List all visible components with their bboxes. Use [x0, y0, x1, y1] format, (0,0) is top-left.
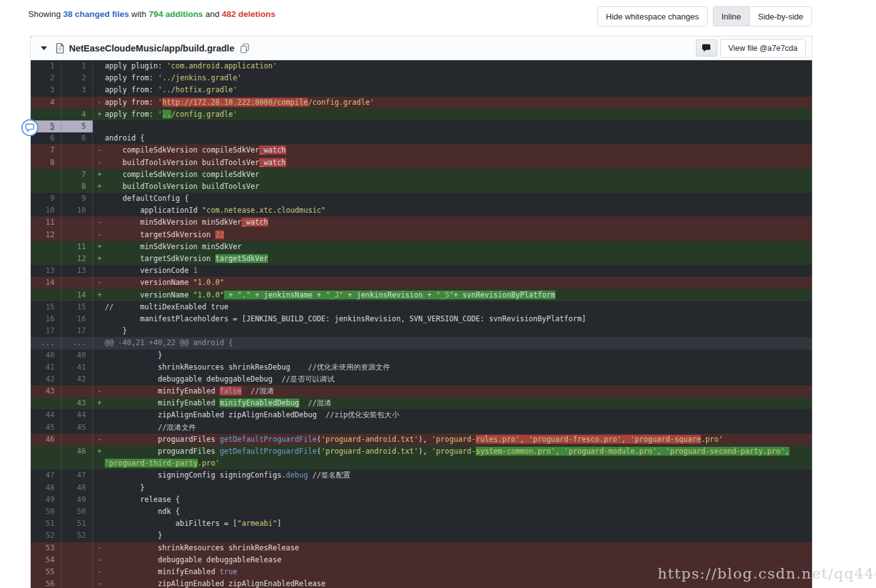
- old-line-number[interactable]: 14: [31, 277, 61, 289]
- new-line-number[interactable]: [61, 157, 93, 169]
- old-line-number[interactable]: 53: [31, 542, 61, 554]
- new-line-number[interactable]: [61, 457, 93, 469]
- new-line-number[interactable]: 5: [61, 120, 93, 132]
- code-line: applicationId "com.netease.xtc.cloudmusi…: [93, 205, 812, 216]
- new-line-number[interactable]: 6: [61, 132, 93, 144]
- new-line-number[interactable]: 49: [61, 494, 93, 506]
- old-line-number[interactable]: 44: [31, 409, 61, 421]
- new-line-number[interactable]: 11: [61, 241, 93, 253]
- new-line-number[interactable]: 42: [61, 373, 93, 385]
- old-line-number[interactable]: 55: [31, 566, 61, 578]
- new-line-number[interactable]: 13: [61, 265, 93, 277]
- new-line-number[interactable]: 48: [61, 482, 93, 494]
- old-line-number[interactable]: 3: [31, 84, 61, 96]
- old-line-number[interactable]: 6: [31, 132, 61, 144]
- old-line-number[interactable]: 2: [31, 72, 61, 84]
- new-line-number[interactable]: [61, 554, 93, 566]
- collapse-caret-icon[interactable]: [41, 46, 47, 50]
- new-line-number[interactable]: ...: [61, 337, 93, 349]
- code-line: + buildToolsVersion buildToolsVer: [93, 181, 812, 193]
- code-token: }: [105, 351, 162, 360]
- old-line-number[interactable]: [31, 397, 61, 409]
- new-line-number[interactable]: 15: [61, 301, 93, 313]
- new-line-number[interactable]: 41: [61, 361, 93, 373]
- new-line-number[interactable]: 47: [61, 469, 93, 481]
- new-line-number[interactable]: 9: [61, 193, 93, 205]
- view-file-button[interactable]: View file @a7e7cda: [720, 39, 806, 58]
- old-line-number[interactable]: 43: [31, 385, 61, 397]
- old-line-number[interactable]: 45: [31, 422, 61, 434]
- new-line-number[interactable]: [61, 566, 93, 578]
- comment-button[interactable]: [696, 40, 717, 56]
- old-line-number[interactable]: 8: [31, 157, 61, 169]
- old-line-number[interactable]: [31, 446, 61, 457]
- new-line-number[interactable]: 44: [61, 409, 93, 421]
- old-line-number[interactable]: 11: [31, 216, 61, 228]
- old-line-number[interactable]: 12: [31, 229, 61, 241]
- copy-path-icon[interactable]: [240, 43, 249, 53]
- new-line-number[interactable]: 1: [61, 60, 93, 72]
- old-line-number[interactable]: 13: [31, 265, 61, 277]
- new-line-number[interactable]: [61, 385, 93, 397]
- new-line-number[interactable]: 50: [61, 506, 93, 518]
- new-line-number[interactable]: [61, 144, 93, 156]
- old-line-number[interactable]: [31, 253, 61, 265]
- old-line-number[interactable]: ...: [31, 337, 61, 349]
- new-line-number[interactable]: 8: [61, 181, 93, 193]
- new-line-number[interactable]: 3: [61, 84, 93, 96]
- new-line-number[interactable]: 10: [61, 205, 93, 216]
- side-by-side-view-button[interactable]: Side-by-side: [749, 7, 811, 26]
- old-line-number[interactable]: 40: [31, 350, 61, 361]
- new-line-number[interactable]: 12: [61, 253, 93, 265]
- old-line-number[interactable]: 51: [31, 518, 61, 530]
- old-line-number[interactable]: 1: [31, 60, 61, 72]
- old-line-number[interactable]: 7: [31, 144, 61, 156]
- new-line-number[interactable]: [61, 97, 93, 109]
- new-line-number[interactable]: 14: [61, 289, 93, 301]
- new-line-number[interactable]: [61, 578, 93, 588]
- new-line-number[interactable]: 45: [61, 422, 93, 434]
- new-line-number[interactable]: 52: [61, 530, 93, 542]
- new-line-number[interactable]: 46: [61, 446, 93, 457]
- old-line-number[interactable]: [31, 181, 61, 193]
- new-line-number[interactable]: 43: [61, 397, 93, 409]
- new-line-number[interactable]: [61, 216, 93, 228]
- hide-whitespace-button[interactable]: Hide whitespace changes: [597, 6, 708, 26]
- old-line-number[interactable]: 41: [31, 361, 61, 373]
- old-line-number[interactable]: [31, 241, 61, 253]
- new-line-number[interactable]: [61, 229, 93, 241]
- old-line-number[interactable]: [31, 109, 61, 120]
- new-line-number[interactable]: 40: [61, 350, 93, 361]
- old-line-number[interactable]: 10: [31, 205, 61, 216]
- old-line-number[interactable]: 47: [31, 469, 61, 481]
- old-line-number[interactable]: 50: [31, 506, 61, 518]
- old-line-number[interactable]: 48: [31, 482, 61, 494]
- old-line-number[interactable]: 52: [31, 530, 61, 542]
- old-line-number[interactable]: 15: [31, 301, 61, 313]
- old-line-number[interactable]: [31, 169, 61, 181]
- new-line-number[interactable]: 51: [61, 518, 93, 530]
- old-line-number[interactable]: 9: [31, 193, 61, 205]
- old-line-number[interactable]: 42: [31, 373, 61, 385]
- old-line-number[interactable]: [31, 289, 61, 301]
- new-line-number[interactable]: [61, 434, 93, 446]
- new-line-number[interactable]: [61, 277, 93, 289]
- new-line-number[interactable]: 17: [61, 325, 93, 337]
- old-line-number[interactable]: 49: [31, 494, 61, 506]
- new-line-number[interactable]: 16: [61, 313, 93, 325]
- old-line-number[interactable]: 4: [31, 97, 61, 109]
- new-line-number[interactable]: [61, 542, 93, 554]
- old-line-number[interactable]: 54: [31, 554, 61, 566]
- inline-view-button[interactable]: Inline: [713, 7, 749, 26]
- new-line-number[interactable]: 2: [61, 72, 93, 84]
- old-line-number[interactable]: [31, 457, 61, 469]
- old-line-number[interactable]: 16: [31, 313, 61, 325]
- new-line-number[interactable]: 7: [61, 169, 93, 181]
- old-line-number[interactable]: 17: [31, 325, 61, 337]
- old-line-number[interactable]: 56: [31, 578, 61, 588]
- changed-files-link[interactable]: 38 changed files: [63, 9, 129, 19]
- old-line-number[interactable]: 46: [31, 434, 61, 446]
- new-line-number[interactable]: 4: [61, 109, 93, 120]
- code-token: //混淆: [308, 398, 331, 407]
- add-comment-bubble-button[interactable]: [21, 119, 38, 136]
